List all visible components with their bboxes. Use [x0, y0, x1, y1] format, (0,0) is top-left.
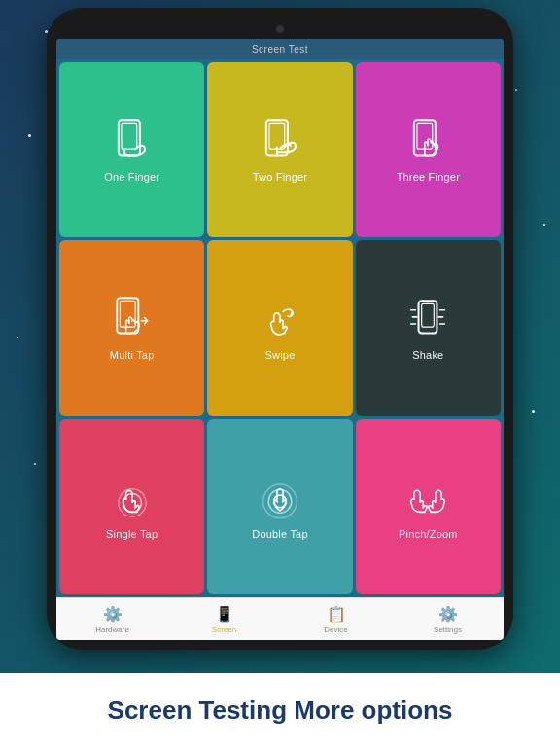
svg-point-20 [268, 489, 292, 513]
bottom-text-bar: Screen Testing More options [0, 673, 560, 747]
tablet-screen: Screen Test One Finger [56, 39, 504, 640]
shake-cell[interactable]: Shake [356, 240, 501, 415]
three-finger-icon [404, 117, 451, 167]
single-tap-label: Single Tap [106, 528, 158, 540]
one-finger-icon [109, 117, 156, 167]
two-finger-icon [257, 117, 303, 167]
settings-label: Settings [434, 625, 462, 634]
double-tap-cell[interactable]: Double Tap [207, 419, 352, 594]
double-tap-icon [257, 474, 303, 524]
three-finger-label: Three Finger [397, 171, 460, 183]
shake-icon [404, 295, 451, 345]
one-finger-cell[interactable]: One Finger [59, 62, 204, 237]
tab-bar: ⚙️ Hardware 📱 Screen 📋 Device ⚙️ Setting… [56, 597, 504, 640]
swipe-cell[interactable]: Swipe [207, 240, 352, 415]
tablet-camera [276, 25, 284, 33]
three-finger-cell[interactable]: Three Finger [356, 62, 501, 237]
svg-rect-8 [120, 302, 135, 328]
device-icon: 📋 [327, 605, 346, 623]
double-tap-label: Double Tap [252, 528, 307, 540]
screen-label: Screen [212, 625, 236, 634]
tab-hardware[interactable]: ⚙️ Hardware [56, 605, 168, 634]
pinch-zoom-cell[interactable]: Pinch/Zoom [356, 419, 501, 594]
multi-tap-cell[interactable]: Multi Tap [59, 240, 204, 415]
shake-label: Shake [412, 349, 443, 361]
tab-device[interactable]: 📋 Device [280, 605, 392, 634]
two-finger-cell[interactable]: Two Finger [207, 62, 352, 237]
multi-tap-label: Multi Tap [110, 349, 155, 361]
two-finger-label: Two Finger [253, 171, 307, 183]
multi-tap-icon [109, 295, 156, 345]
tablet-device: Screen Test One Finger [47, 8, 513, 650]
swipe-icon [257, 295, 303, 345]
pinch-zoom-icon [404, 474, 451, 524]
screen-header: Screen Test [56, 39, 504, 59]
single-tap-cell[interactable]: Single Tap [59, 419, 204, 594]
swipe-label: Swipe [265, 349, 296, 361]
single-tap-icon [109, 474, 156, 524]
svg-rect-1 [122, 123, 137, 149]
screen-icon: 📱 [215, 605, 234, 623]
settings-icon: ⚙️ [438, 605, 458, 623]
gesture-grid: One Finger Two Finger [56, 59, 504, 597]
tab-screen[interactable]: 📱 Screen [168, 605, 280, 634]
tab-settings[interactable]: ⚙️ Settings [392, 605, 504, 634]
svg-rect-10 [422, 304, 435, 328]
hardware-icon: ⚙️ [103, 605, 122, 623]
one-finger-label: One Finger [104, 171, 159, 183]
hardware-label: Hardware [95, 625, 129, 634]
device-label: Device [324, 625, 347, 634]
svg-rect-3 [269, 123, 285, 149]
bottom-title: Screen Testing More options [108, 695, 453, 726]
screen-title: Screen Test [252, 44, 308, 54]
pinch-zoom-label: Pinch/Zoom [399, 528, 458, 540]
